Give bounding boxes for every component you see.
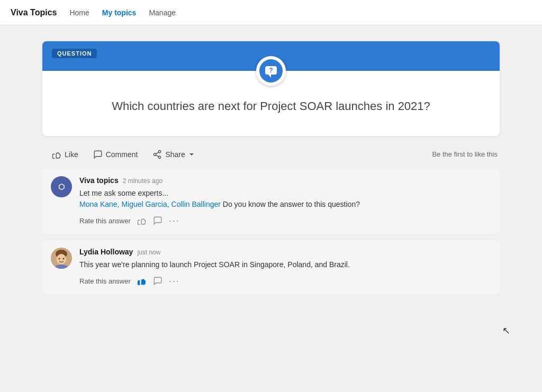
mouse-cursor: ↖ bbox=[502, 325, 510, 336]
lydia-avatar-icon bbox=[51, 248, 72, 269]
question-card: QUESTION ? Which countries are next for … bbox=[42, 41, 500, 136]
question-text: Which countries are next for Project SOA… bbox=[74, 98, 468, 115]
svg-marker-1 bbox=[268, 75, 271, 78]
viva-logo-icon: ⬡ bbox=[54, 179, 69, 194]
comment-time-2: just now bbox=[137, 249, 160, 256]
nav-manage[interactable]: Manage bbox=[149, 8, 176, 17]
comment-meta: Viva topics 2 minutes ago bbox=[79, 176, 491, 185]
comment-body-prefix: Let me ask some experts... bbox=[79, 189, 168, 197]
svg-point-12 bbox=[57, 254, 66, 265]
more-options-icon-2[interactable]: ··· bbox=[169, 276, 180, 287]
comment-item-2: Lydia Holloway just now This year we're … bbox=[42, 240, 500, 294]
comment-body-suffix: Do you know the answer to this question? bbox=[223, 200, 360, 208]
svg-text:⬡: ⬡ bbox=[58, 183, 65, 191]
svg-text:?: ? bbox=[269, 67, 273, 74]
like-label: Like bbox=[65, 150, 78, 159]
question-header: QUESTION ? bbox=[42, 41, 500, 71]
top-navigation: Viva Topics Home My topics Manage bbox=[0, 0, 542, 25]
avatar-lydia bbox=[51, 248, 72, 269]
comment-section: ⬡ Viva topics 2 minutes ago Let me ask s… bbox=[42, 169, 500, 294]
nav-my-topics[interactable]: My topics bbox=[102, 8, 137, 17]
comment-button[interactable]: Comment bbox=[86, 147, 146, 162]
like-button[interactable]: Like bbox=[44, 147, 86, 162]
share-label: Share bbox=[165, 150, 185, 159]
first-like-text: Be the first to like this bbox=[432, 150, 498, 158]
avatar-viva: ⬡ bbox=[51, 176, 72, 197]
comment-label: Comment bbox=[106, 150, 138, 159]
svg-point-3 bbox=[159, 150, 161, 153]
question-badge: QUESTION bbox=[52, 49, 97, 58]
svg-line-7 bbox=[156, 152, 159, 154]
comment-text: Let me ask some experts... Mona Kane, Mi… bbox=[79, 188, 491, 210]
thumbs-up-rate-icon-2[interactable] bbox=[137, 276, 147, 286]
main-content: QUESTION ? Which countries are next for … bbox=[0, 25, 542, 310]
thumbs-up-rate-icon[interactable] bbox=[137, 216, 147, 225]
rate-bar-1: Rate this answer ··· bbox=[79, 215, 491, 226]
share-button[interactable]: Share bbox=[145, 147, 202, 162]
comment-content: Viva topics 2 minutes ago Let me ask som… bbox=[79, 176, 491, 226]
svg-point-13 bbox=[59, 258, 60, 259]
svg-point-4 bbox=[154, 153, 157, 156]
comment-icon bbox=[93, 150, 103, 159]
more-options-icon-1[interactable]: ··· bbox=[169, 215, 180, 226]
mention-collin[interactable]: Collin Ballinger bbox=[171, 200, 221, 208]
app-brand: Viva Topics bbox=[11, 8, 57, 17]
chevron-down-icon bbox=[188, 151, 195, 158]
comment-author: Viva topics bbox=[79, 176, 119, 185]
rate-label: Rate this answer bbox=[79, 217, 131, 225]
nav-home[interactable]: Home bbox=[69, 8, 89, 17]
comment-item: ⬡ Viva topics 2 minutes ago Let me ask s… bbox=[42, 169, 500, 234]
rate-bar-2: Rate this answer ··· bbox=[79, 276, 491, 287]
mention-mona[interactable]: Mona Kane, bbox=[79, 200, 120, 208]
question-icon: ? bbox=[259, 59, 283, 83]
comment-meta-2: Lydia Holloway just now bbox=[79, 248, 491, 256]
question-mark-icon: ? bbox=[264, 64, 278, 78]
mention-miguel[interactable]: Miguel Garcia, bbox=[121, 200, 169, 208]
comment-text-2: This year we're planning to launch Proje… bbox=[79, 259, 491, 270]
comment-time: 2 minutes ago bbox=[123, 177, 162, 185]
question-icon-wrap: ? bbox=[256, 56, 286, 86]
comment-author-2: Lydia Holloway bbox=[79, 248, 133, 256]
rate-label-2: Rate this answer bbox=[79, 277, 131, 285]
svg-line-6 bbox=[156, 155, 159, 157]
comment-rate-icon[interactable] bbox=[153, 216, 162, 225]
svg-point-5 bbox=[159, 156, 161, 159]
action-bar: Like Comment Share Be the first to like … bbox=[42, 144, 500, 169]
like-icon bbox=[52, 150, 61, 159]
comment-rate-icon-2[interactable] bbox=[153, 276, 162, 286]
comment-content-2: Lydia Holloway just now This year we're … bbox=[79, 248, 491, 287]
svg-point-14 bbox=[63, 258, 65, 259]
share-icon bbox=[152, 150, 162, 159]
